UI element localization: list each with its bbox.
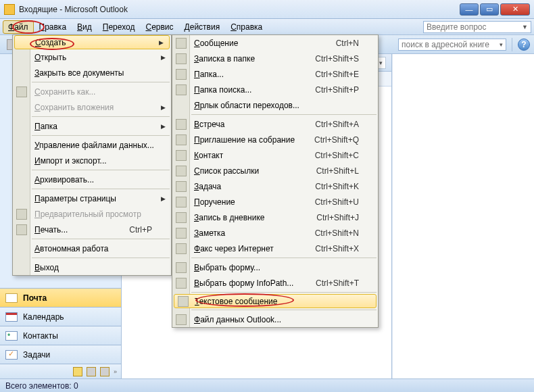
chevron-icon[interactable]: » bbox=[114, 368, 117, 375]
file-menu-item-15: Предварительный просмотр bbox=[13, 206, 171, 222]
menu-item-label: Встреча bbox=[194, 120, 224, 129]
menu-переход[interactable]: Переход bbox=[97, 20, 141, 34]
menu-item-label: Архивировать... bbox=[34, 175, 94, 185]
menu-item-label: Список рассылки bbox=[194, 166, 259, 176]
file-menu-item-1[interactable]: Открыть▶ bbox=[13, 49, 171, 65]
menu-item-shortcut: Ctrl+Shift+E bbox=[301, 70, 359, 79]
file-menu-item-10[interactable]: Импорт и экспорт... bbox=[13, 153, 171, 168]
menu-item-label: Закрыть все документы bbox=[34, 68, 124, 78]
menu-item-label: Управление файлами данных... bbox=[34, 141, 154, 150]
file-menu-item-2[interactable]: Закрыть все документы bbox=[13, 65, 171, 80]
nav-contacts-label: Контакты bbox=[23, 331, 58, 341]
menu-item-icon bbox=[176, 53, 187, 64]
menu-item-label: Задача bbox=[194, 182, 221, 191]
notes-icon[interactable] bbox=[73, 367, 82, 376]
menu-item-shortcut: Ctrl+Shift+C bbox=[301, 151, 359, 160]
create-menu-item-1[interactable]: Записка в папкеCtrl+Shift+S bbox=[172, 51, 378, 66]
window-title: Входящие - Microsoft Outlook bbox=[19, 5, 460, 14]
menu-file: Создать▶Открыть▶Закрыть все документыСох… bbox=[12, 34, 172, 276]
create-menu-item-16[interactable]: Выбрать форму... bbox=[172, 260, 378, 275]
nav-contacts[interactable]: Контакты bbox=[0, 326, 121, 345]
maximize-button[interactable]: ▭ bbox=[480, 3, 499, 16]
submenu-arrow-icon: ▶ bbox=[161, 123, 166, 130]
menu-separator bbox=[32, 82, 170, 82]
create-menu-item-4[interactable]: Ярлык области переходов... bbox=[172, 97, 378, 113]
create-menu-item-13[interactable]: ЗаметкаCtrl+Shift+N bbox=[172, 225, 378, 241]
submenu-arrow-icon: ▶ bbox=[161, 195, 166, 202]
menu-item-shortcut: Ctrl+Shift+J bbox=[303, 213, 359, 222]
create-menu-item-10[interactable]: ЗадачаCtrl+Shift+K bbox=[172, 178, 378, 194]
menu-item-label: Поручение bbox=[194, 197, 235, 207]
menu-item-label: Импорт и экспорт... bbox=[34, 156, 107, 166]
help-button[interactable]: ? bbox=[518, 39, 530, 51]
menubar: ФайлПравкаВидПереходСервисДействияСправк… bbox=[0, 19, 534, 35]
menu-item-shortcut: Ctrl+Shift+L bbox=[303, 166, 359, 176]
nav-calendar[interactable]: Календарь bbox=[0, 307, 121, 326]
create-menu-item-3[interactable]: Папка поиска...Ctrl+Shift+P bbox=[172, 82, 378, 97]
nav-tasks-label: Задачи bbox=[23, 350, 50, 360]
menu-файл[interactable]: Файл bbox=[3, 20, 34, 34]
file-menu-item-0[interactable]: Создать▶ bbox=[14, 35, 170, 49]
menu-item-label: Запись в дневнике bbox=[194, 213, 265, 222]
create-menu-item-2[interactable]: Папка...Ctrl+Shift+E bbox=[172, 66, 378, 82]
menu-справка[interactable]: Справка bbox=[225, 20, 268, 34]
question-box[interactable]: Введите вопрос ▼ bbox=[423, 21, 531, 33]
file-menu-item-20[interactable]: Выход bbox=[13, 260, 171, 275]
addressbook-placeholder: поиск в адресной книге bbox=[402, 40, 489, 49]
create-menu-item-17[interactable]: Выбрать форму InfoPath...Ctrl+Shift+T bbox=[172, 275, 378, 291]
create-menu-item-14[interactable]: Факс через ИнтернетCtrl+Shift+X bbox=[172, 241, 378, 256]
file-menu-item-7[interactable]: Папка▶ bbox=[13, 118, 171, 134]
menu-item-label: Открыть bbox=[34, 53, 66, 62]
menu-сервис[interactable]: Сервис bbox=[140, 20, 178, 34]
menu-item-shortcut: Ctrl+N bbox=[322, 39, 359, 48]
menu-item-icon bbox=[178, 296, 189, 307]
file-menu-item-16[interactable]: Печать...Ctrl+P bbox=[13, 222, 171, 237]
file-menu-item-9[interactable]: Управление файлами данных... bbox=[13, 137, 171, 153]
create-menu-item-0[interactable]: СообщениеCtrl+N bbox=[172, 35, 378, 51]
file-menu-item-18[interactable]: Автономная работа bbox=[13, 241, 171, 256]
file-menu-item-12[interactable]: Архивировать... bbox=[13, 172, 171, 187]
menu-item-icon bbox=[176, 150, 187, 161]
create-menu-item-7[interactable]: Приглашение на собраниеCtrl+Shift+Q bbox=[172, 132, 378, 147]
menu-item-shortcut: Ctrl+Shift+K bbox=[301, 182, 359, 191]
menu-item-shortcut: Ctrl+Shift+A bbox=[301, 120, 359, 129]
menu-item-icon bbox=[176, 262, 187, 273]
create-menu-item-11[interactable]: ПоручениеCtrl+Shift+U bbox=[172, 194, 378, 210]
menu-вид[interactable]: Вид bbox=[72, 20, 97, 34]
file-menu-item-14[interactable]: Параметры страницы▶ bbox=[13, 191, 171, 206]
shortcuts-icon[interactable] bbox=[100, 367, 110, 376]
menu-действия[interactable]: Действия bbox=[179, 20, 226, 34]
menu-separator bbox=[32, 258, 170, 258]
status-text: Всего элементов: 0 bbox=[5, 381, 78, 391]
nav-mail[interactable]: Почта bbox=[0, 288, 121, 307]
nav-tasks[interactable]: Задачи bbox=[0, 345, 121, 364]
mail-icon bbox=[5, 293, 18, 303]
menu-item-label: Ярлык области переходов... bbox=[194, 101, 299, 110]
file-menu-item-5: Сохранить вложения▶ bbox=[13, 99, 171, 115]
menu-правка[interactable]: Правка bbox=[34, 20, 72, 34]
minimize-button[interactable]: — bbox=[460, 3, 479, 16]
folder-list-icon[interactable] bbox=[87, 367, 96, 376]
menu-item-label: Факс через Интернет bbox=[194, 244, 274, 253]
menu-separator bbox=[32, 189, 170, 189]
menu-item-label: Файл данных Outlook... bbox=[194, 315, 281, 324]
menu-item-icon bbox=[176, 134, 187, 145]
address-book-search[interactable]: поиск в адресной книге ▾ bbox=[398, 39, 506, 51]
submenu-create: СообщениеCtrl+NЗаписка в папкеCtrl+Shift… bbox=[172, 34, 379, 328]
nav-mini-strip: » bbox=[0, 364, 121, 378]
menu-item-label: Выбрать форму InfoPath... bbox=[194, 278, 293, 288]
close-button[interactable]: ✕ bbox=[500, 3, 530, 16]
menu-item-icon bbox=[176, 278, 187, 289]
create-menu-item-12[interactable]: Запись в дневникеCtrl+Shift+J bbox=[172, 210, 378, 225]
tasks-icon bbox=[5, 350, 18, 360]
menu-item-label: Сохранить вложения bbox=[34, 103, 114, 112]
create-menu-item-8[interactable]: КонтактCtrl+Shift+C bbox=[172, 147, 378, 163]
create-menu-item-21[interactable]: Файл данных Outlook... bbox=[172, 312, 378, 327]
menu-item-label: Сообщение bbox=[194, 39, 238, 48]
menu-item-icon bbox=[176, 181, 187, 192]
create-menu-item-19[interactable]: Текстовое сообщение bbox=[174, 294, 377, 308]
create-menu-item-9[interactable]: Список рассылкиCtrl+Shift+L bbox=[172, 163, 378, 178]
create-menu-item-6[interactable]: ВстречаCtrl+Shift+A bbox=[172, 116, 378, 132]
titlebar: Входящие - Microsoft Outlook — ▭ ✕ bbox=[0, 0, 534, 19]
menu-separator bbox=[32, 239, 170, 239]
